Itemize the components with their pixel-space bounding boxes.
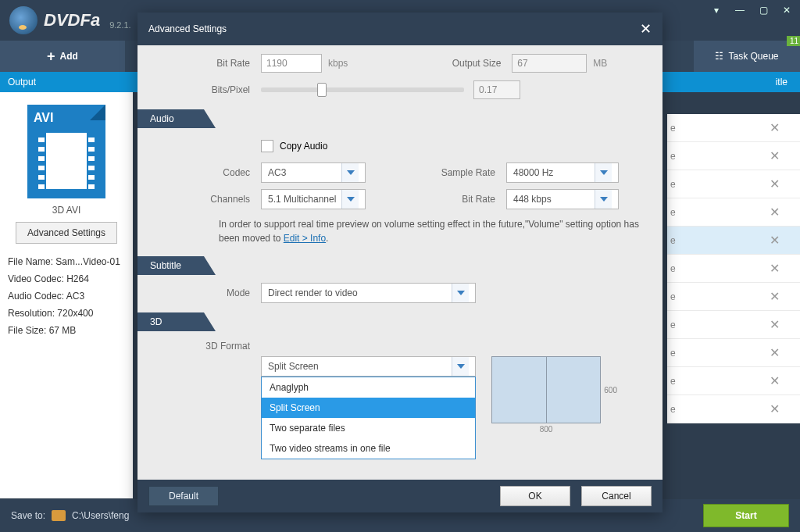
chevron-down-icon [341, 190, 359, 209]
task-queue-badge: 11 [787, 36, 800, 46]
app-logo: DVDFa 9.2.1. [9, 6, 131, 34]
advanced-settings-button[interactable]: Advanced Settings [16, 222, 117, 244]
close-icon[interactable]: ✕ [770, 317, 780, 332]
filmstrip-icon [46, 133, 87, 189]
channels-select[interactable]: 5.1 Multichannel [261, 189, 366, 209]
outputsize-input[interactable] [512, 54, 587, 73]
list-item[interactable]: e✕ [667, 142, 800, 170]
preview-width: 800 [492, 425, 600, 434]
cancel-button[interactable]: Cancel [581, 486, 652, 506]
add-button[interactable]: + Add [0, 41, 125, 72]
default-button[interactable]: Default [148, 486, 219, 506]
outputsize-unit: MB [593, 58, 607, 69]
list-item[interactable]: e✕ [667, 255, 800, 283]
list-item[interactable]: e✕ [667, 227, 800, 255]
output-header-label: Output [8, 77, 36, 87]
3d-preview: 800 600 [491, 356, 601, 423]
subtitle-mode-select[interactable]: Direct render to video [261, 283, 476, 303]
chevron-down-icon [452, 284, 469, 302]
start-button[interactable]: Start [703, 504, 789, 527]
dropdown-option-selected[interactable]: Split Screen [262, 398, 475, 418]
audio-bitrate-select[interactable]: 448 kbps [506, 189, 619, 209]
meta-vcodec: Video Codec: H264 [8, 270, 125, 287]
dropdown-option[interactable]: Anaglyph [262, 377, 475, 398]
app-version: 9.2.1. [109, 20, 131, 30]
section-subtitle: Subtitle [138, 256, 216, 275]
edit-info-link[interactable]: Edit > Info [284, 233, 326, 244]
disc-icon [9, 6, 38, 34]
outputsize-label: Output Size [348, 58, 512, 69]
list-item[interactable]: e✕ [667, 114, 800, 142]
close-icon[interactable]: ✕ [770, 148, 780, 163]
list-item[interactable]: e✕ [667, 283, 800, 311]
bitrate-input[interactable] [261, 54, 322, 73]
list-icon: ☷ [715, 51, 723, 62]
maximize-button[interactable]: ▢ [756, 5, 770, 16]
profile-file-icon[interactable]: AVI [27, 105, 105, 198]
3d-format-label: 3D Format [138, 341, 261, 352]
chevron-down-icon [595, 190, 612, 209]
list-item[interactable]: e✕ [667, 311, 800, 339]
section-audio: Audio [138, 109, 216, 128]
3d-format-select[interactable]: Split Screen [261, 356, 476, 377]
section-3d: 3D [138, 312, 216, 331]
codec-label: Codec [138, 167, 261, 178]
plus-icon: + [47, 48, 55, 65]
task-list: e✕ e✕ e✕ e✕ e✕ e✕ e✕ e✕ e✕ e✕ e✕ [667, 114, 800, 423]
subtitle-mode-label: Mode [138, 287, 261, 298]
bitspixel-label: Bits/Pixel [138, 84, 261, 95]
list-item[interactable]: e✕ [667, 395, 800, 423]
close-window-button[interactable]: ✕ [780, 5, 794, 16]
close-icon[interactable]: ✕ [770, 373, 780, 388]
chevron-down-icon [595, 163, 612, 182]
bitrate-unit: kbps [328, 58, 348, 69]
close-icon[interactable]: ✕ [770, 345, 780, 360]
close-icon[interactable]: ✕ [770, 233, 780, 248]
minimize-button[interactable]: — [733, 5, 747, 16]
list-item[interactable]: e✕ [667, 339, 800, 367]
close-icon[interactable]: ✕ [770, 261, 780, 276]
dialog-title: Advanced Settings [148, 23, 227, 34]
task-queue-button[interactable]: ☷ Task Queue 11 [694, 41, 800, 72]
dialog-close-button[interactable]: ✕ [640, 20, 652, 37]
audio-note: In order to support real time preview on… [138, 212, 662, 250]
close-icon[interactable]: ✕ [770, 289, 780, 304]
codec-select[interactable]: AC3 [261, 162, 366, 183]
chevron-down-icon [452, 357, 469, 376]
dropdown-option[interactable]: Two separate files [262, 418, 475, 438]
close-icon[interactable]: ✕ [770, 120, 780, 135]
save-path[interactable]: C:\Users\feng [72, 510, 129, 521]
copy-audio-label: Copy Audio [280, 141, 327, 152]
dialog-titlebar: Advanced Settings ✕ [138, 12, 662, 45]
menu-caret-icon[interactable]: ▾ [709, 5, 723, 16]
ok-button[interactable]: OK [500, 486, 570, 506]
column-fragment: itle [776, 77, 792, 87]
profile-meta: File Name: Sam...Video-01 Video Codec: H… [8, 253, 125, 339]
samplerate-select[interactable]: 48000 Hz [506, 162, 619, 183]
meta-filename: File Name: Sam...Video-01 [8, 253, 125, 270]
profile-name: 3D AVI [8, 205, 125, 216]
3d-format-dropdown[interactable]: Anaglyph Split Screen Two separate files… [261, 377, 476, 459]
dropdown-option[interactable]: Two video streams in one file [262, 438, 475, 459]
dialog-footer: Default OK Cancel [138, 480, 662, 512]
list-item[interactable]: e✕ [667, 198, 800, 227]
bitspixel-value[interactable] [473, 80, 520, 99]
folder-icon[interactable] [52, 510, 66, 521]
close-icon[interactable]: ✕ [770, 205, 780, 220]
close-icon[interactable]: ✕ [770, 402, 780, 416]
chevron-down-icon [341, 163, 359, 182]
bitspixel-slider[interactable] [261, 87, 464, 92]
meta-filesize: File Size: 67 MB [8, 322, 125, 339]
dialog-body: Bit Rate kbps Output Size MB Bits/Pixel … [138, 45, 662, 480]
add-label: Add [60, 51, 78, 62]
list-item[interactable]: e✕ [667, 367, 800, 395]
copy-audio-checkbox[interactable] [261, 140, 273, 152]
task-queue-label: Task Queue [728, 51, 778, 62]
close-icon[interactable]: ✕ [770, 177, 780, 191]
meta-resolution: Resolution: 720x400 [8, 305, 125, 322]
audio-bitrate-label: Bit Rate [366, 194, 506, 205]
app-name: DVDFa [44, 10, 100, 30]
preview-height: 600 [604, 357, 617, 423]
output-panel: AVI 3D AVI Advanced Settings File Name: … [0, 92, 133, 498]
list-item[interactable]: e✕ [667, 170, 800, 198]
